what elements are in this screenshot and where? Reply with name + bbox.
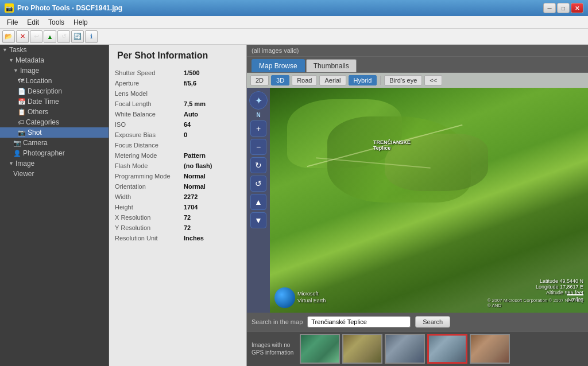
info-label: ISO	[115, 121, 184, 128]
map-compass-btn[interactable]: ✦	[249, 91, 268, 110]
map-tilt-up[interactable]: ▲	[250, 194, 266, 210]
sidebar-camera-label: Camera	[23, 139, 48, 147]
map-rotate-cw[interactable]: ↻	[250, 157, 266, 173]
toolbar-info[interactable]: ℹ	[85, 30, 98, 43]
toolbar-open[interactable]: 📂	[2, 30, 15, 43]
title-bar: 📷 Pro Photo Tools - DSCF1941.jpg ─ □ ✕	[0, 0, 588, 16]
maximize-button[interactable]: □	[557, 3, 570, 13]
info-label: Programming Mode	[115, 173, 184, 180]
info-row: Width2272	[115, 192, 241, 202]
window-title: Pro Photo Tools - DSCF1941.jpg	[17, 4, 543, 12]
info-row: Lens Model	[115, 88, 241, 99]
info-value: 0	[184, 131, 187, 138]
toolbar-close[interactable]: ✕	[16, 30, 29, 43]
thumbnails-bar: Images with noGPS information	[247, 331, 588, 366]
thumbnail-4[interactable]	[427, 334, 467, 364]
info-value: (no flash)	[184, 162, 212, 169]
menu-tools[interactable]: Tools	[44, 17, 69, 28]
map-mode-birds-eye[interactable]: Bird's eye	[384, 75, 422, 85]
info-label: Resolution Unit	[115, 235, 184, 242]
tab-map-browse[interactable]: Map Browse	[252, 59, 305, 72]
info-value: 72	[184, 224, 191, 231]
sidebar-item-tasks[interactable]: ▼ Tasks	[0, 45, 109, 55]
section-title: Per Shot Information	[109, 45, 246, 65]
sidebar-item-image-meta[interactable]: ▼ Image	[0, 65, 109, 76]
minimize-button[interactable]: ─	[543, 3, 556, 13]
info-label: Flash Mode	[115, 162, 184, 169]
map-mode-collapse[interactable]: <<	[424, 75, 442, 85]
info-value: 7,5 mm	[184, 100, 206, 107]
thumbnail-1[interactable]	[300, 334, 340, 364]
info-row: Programming ModeNormal	[115, 171, 241, 181]
map-mode-hybrid[interactable]: Hybrid	[349, 75, 377, 85]
info-label: Focal Length	[115, 100, 184, 107]
info-row: Focal Length7,5 mm	[115, 99, 241, 109]
sidebar-datetime-label: Date Time	[28, 98, 59, 106]
sidebar-item-description[interactable]: 📄 Description	[0, 86, 109, 96]
menu-edit[interactable]: Edit	[22, 17, 44, 28]
sidebar-location-label: Location	[26, 77, 52, 85]
sidebar-item-viewer[interactable]: Viewer	[0, 169, 109, 179]
thumbnail-5[interactable]	[470, 334, 510, 364]
menu-bar: File Edit Tools Help	[0, 16, 588, 29]
info-label: Metering Mode	[115, 152, 184, 159]
info-label: Width	[115, 193, 184, 200]
info-value: 64	[184, 121, 191, 128]
search-input[interactable]	[307, 316, 411, 328]
map-mode-road[interactable]: Road	[292, 75, 317, 85]
menu-help[interactable]: Help	[69, 17, 92, 28]
map-rotate-ccw[interactable]: ↺	[250, 176, 266, 192]
search-bar: Search in the map Search	[247, 313, 588, 331]
sidebar-tasks-label: Tasks	[9, 46, 27, 54]
info-label: Aperture	[115, 80, 184, 87]
map-zoom-out[interactable]: −	[250, 139, 266, 155]
no-gps-label: Images with noGPS information	[252, 341, 297, 356]
sidebar-item-categories[interactable]: 🏷 Categories	[0, 117, 109, 127]
window-controls: ─ □ ✕	[543, 3, 583, 13]
menu-file[interactable]: File	[2, 17, 22, 28]
right-panel: (all images valid) Map Browse Thumbnails…	[247, 45, 588, 366]
sidebar-item-camera[interactable]: 📷 Camera	[0, 138, 109, 148]
info-value: Auto	[184, 111, 198, 118]
thumbnail-2[interactable]	[342, 334, 382, 364]
map-left-controls: ✦ N + − ↻ ↺ ▲ ▼	[247, 88, 270, 313]
info-row: Exposure Bias0	[115, 130, 241, 140]
info-row: Aperturef/5,6	[115, 78, 241, 88]
sidebar-image-meta-label: Image	[20, 67, 39, 75]
map-zoom-in[interactable]: +	[250, 120, 266, 137]
info-value: Normal	[184, 173, 206, 180]
info-value: f/5,6	[184, 80, 196, 87]
map-mode-3d[interactable]: 3D	[271, 75, 289, 85]
sidebar-image-label: Image	[16, 159, 34, 168]
main-content: ▼ Tasks ▼ Metadata ▼ Image 🗺 Location 📄 …	[0, 45, 588, 366]
info-value: 2272	[184, 193, 198, 200]
info-row: Shutter Speed1/500	[115, 68, 241, 78]
map-tilt-down[interactable]: ▼	[250, 212, 266, 228]
sidebar-item-photographer[interactable]: 👤 Photographer	[0, 148, 109, 158]
map-area: 2D 3D Road Aerial Hybrid Bird's eye << ✦…	[247, 73, 588, 313]
virtual-earth-logo: MicrosoftVirtual Earth	[274, 287, 326, 308]
tab-thumbnails[interactable]: Thumbnails	[306, 59, 357, 72]
sidebar-categories-label: Categories	[26, 118, 59, 126]
sidebar-item-image[interactable]: ▼ Image	[0, 158, 109, 169]
search-button[interactable]: Search	[415, 316, 450, 328]
sidebar-item-datetime[interactable]: 📅 Date Time	[0, 96, 109, 107]
sidebar-item-shot[interactable]: 📷 Shot	[0, 127, 109, 138]
thumbnail-3[interactable]	[385, 334, 425, 364]
sidebar-item-metadata[interactable]: ▼ Metadata	[0, 55, 109, 65]
sidebar-item-location[interactable]: 🗺 Location	[0, 76, 109, 86]
info-label: Exposure Bias	[115, 131, 184, 138]
sidebar-item-others[interactable]: 📋 Others	[0, 107, 109, 117]
toolbar-back[interactable]: ↩	[30, 30, 42, 43]
toolbar-sync[interactable]: 🔄	[71, 30, 84, 43]
map-image[interactable]: TRENČIANSKETeplice MicrosoftVirtual Eart…	[270, 88, 588, 313]
info-table: Shutter Speed1/500Aperturef/5,6Lens Mode…	[109, 65, 246, 246]
info-label: Shutter Speed	[115, 69, 184, 76]
toolbar-refresh[interactable]: ↺	[57, 30, 70, 43]
map-mode-2d[interactable]: 2D	[250, 75, 269, 85]
info-row: White BalanceAuto	[115, 109, 241, 119]
toolbar-up[interactable]: ▲	[44, 30, 56, 43]
sidebar-viewer-label: Viewer	[13, 170, 34, 178]
close-button[interactable]: ✕	[571, 3, 583, 13]
map-mode-aerial[interactable]: Aerial	[319, 75, 346, 85]
